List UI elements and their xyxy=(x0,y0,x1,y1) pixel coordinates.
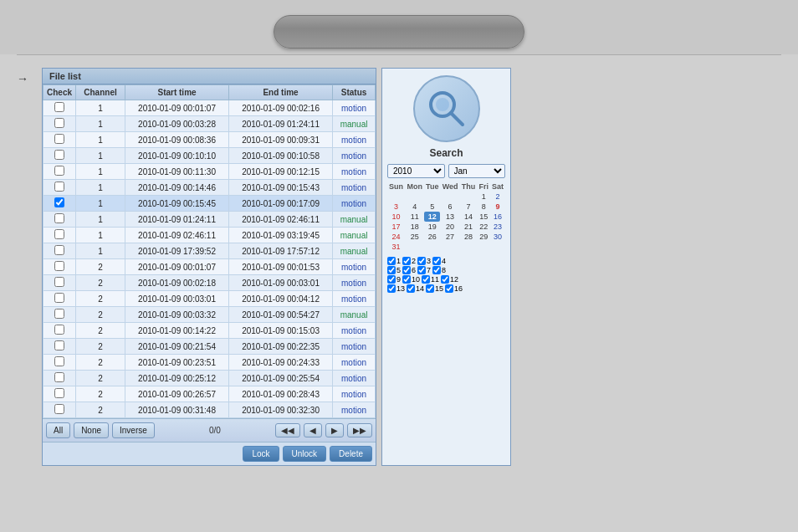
cal-header-cell: Fri xyxy=(477,182,490,192)
cal-day[interactable]: 18 xyxy=(405,222,424,232)
row-checkbox[interactable] xyxy=(54,150,64,160)
channel-checkbox[interactable] xyxy=(422,275,430,284)
cal-day[interactable]: 31 xyxy=(387,242,405,252)
cal-day[interactable]: 22 xyxy=(477,222,490,232)
cal-day[interactable]: 10 xyxy=(387,212,405,222)
row-checkbox[interactable] xyxy=(54,325,64,335)
cal-day[interactable]: 4 xyxy=(405,202,424,212)
row-channel: 2 xyxy=(76,355,125,371)
channel-checkbox[interactable] xyxy=(432,266,441,274)
row-checkbox[interactable] xyxy=(54,229,64,239)
cal-day[interactable]: 12 xyxy=(424,212,440,222)
cal-day[interactable]: 13 xyxy=(440,212,459,222)
row-start: 2010-01-09 00:31:48 xyxy=(125,402,229,418)
row-checkbox[interactable] xyxy=(54,372,64,382)
cal-day[interactable]: 14 xyxy=(460,212,478,222)
cal-day[interactable]: 2 xyxy=(490,192,505,202)
cal-day[interactable]: 25 xyxy=(405,232,424,242)
cal-day xyxy=(424,242,440,252)
row-checkbox[interactable] xyxy=(54,197,64,207)
cal-day[interactable]: 23 xyxy=(490,222,505,232)
channel-checkbox[interactable] xyxy=(387,257,396,265)
row-channel: 1 xyxy=(76,196,125,212)
row-status: manual xyxy=(333,228,376,243)
row-end: 2010-01-09 00:10:58 xyxy=(229,148,333,164)
channel-checkbox[interactable] xyxy=(402,275,411,284)
row-checkbox[interactable] xyxy=(54,388,64,398)
channel-checkbox[interactable] xyxy=(402,266,411,274)
cal-day[interactable]: 27 xyxy=(440,232,459,242)
table-row: 22010-01-09 00:03:322010-01-09 00:54:27m… xyxy=(43,307,376,323)
none-button[interactable]: None xyxy=(74,422,109,438)
row-start: 2010-01-09 00:15:45 xyxy=(125,196,229,212)
cal-day[interactable]: 7 xyxy=(460,202,478,212)
unlock-button[interactable]: Unlock xyxy=(283,446,327,462)
row-status: motion xyxy=(333,339,376,355)
cal-day[interactable]: 30 xyxy=(490,232,505,242)
cal-day[interactable]: 8 xyxy=(477,202,490,212)
row-checkbox[interactable] xyxy=(54,404,64,414)
inverse-button[interactable]: Inverse xyxy=(112,422,155,438)
table-row: 12010-01-09 17:39:522010-01-09 17:57:12m… xyxy=(43,243,376,259)
row-checkbox[interactable] xyxy=(54,182,64,192)
svg-point-2 xyxy=(436,98,449,111)
cal-day[interactable]: 1 xyxy=(477,192,490,202)
cal-day[interactable]: 28 xyxy=(460,232,478,242)
cal-day[interactable]: 20 xyxy=(440,222,459,232)
row-checkbox[interactable] xyxy=(54,102,64,112)
next-page-button[interactable]: ▶ xyxy=(325,423,344,437)
cal-day[interactable]: 24 xyxy=(387,232,405,242)
row-checkbox[interactable] xyxy=(54,277,64,287)
row-checkbox[interactable] xyxy=(54,340,64,350)
first-page-button[interactable]: ◀◀ xyxy=(275,423,300,437)
cal-day[interactable]: 15 xyxy=(477,212,490,222)
prev-page-button[interactable]: ◀ xyxy=(304,423,322,437)
row-checkbox[interactable] xyxy=(54,213,64,223)
cal-day[interactable]: 9 xyxy=(490,202,505,212)
channel-checkbox[interactable] xyxy=(402,257,411,265)
table-row: 22010-01-09 00:21:542010-01-09 00:22:35m… xyxy=(43,339,376,355)
month-select[interactable]: JanFebMarApr MayJunJulAug SepOctNovDec xyxy=(448,164,506,178)
cal-day[interactable]: 29 xyxy=(477,232,490,242)
row-checkbox[interactable] xyxy=(54,356,64,366)
cal-header-cell: Mon xyxy=(405,182,424,192)
row-checkbox[interactable] xyxy=(54,293,64,303)
channel-checkbox[interactable] xyxy=(417,266,426,274)
channel-checkbox[interactable] xyxy=(407,284,415,293)
channel-checkbox[interactable] xyxy=(387,266,396,274)
row-checkbox[interactable] xyxy=(54,118,64,128)
table-row: 12010-01-09 00:14:462010-01-09 00:15:43m… xyxy=(43,180,376,196)
row-channel: 2 xyxy=(76,275,125,291)
channel-checkbox[interactable] xyxy=(432,257,441,265)
row-checkbox[interactable] xyxy=(54,309,64,319)
row-checkbox[interactable] xyxy=(54,261,64,271)
channel-item: 3 xyxy=(417,257,431,265)
cal-day[interactable]: 6 xyxy=(440,202,459,212)
cal-day[interactable]: 16 xyxy=(490,212,505,222)
channel-checkbox[interactable] xyxy=(426,284,434,293)
row-status: manual xyxy=(333,116,376,132)
table-row: 12010-01-09 00:10:102010-01-09 00:10:58m… xyxy=(43,148,376,164)
channel-checkbox[interactable] xyxy=(387,284,396,293)
last-page-button[interactable]: ▶▶ xyxy=(347,423,372,437)
row-status: manual xyxy=(333,243,376,259)
cal-day[interactable]: 17 xyxy=(387,222,405,232)
cal-day xyxy=(405,242,424,252)
row-checkbox[interactable] xyxy=(54,166,64,176)
year-select[interactable]: 2010 xyxy=(387,164,445,178)
delete-button[interactable]: Delete xyxy=(330,446,372,462)
channel-checkbox[interactable] xyxy=(445,284,453,293)
lock-button[interactable]: Lock xyxy=(243,446,279,462)
channel-checkbox[interactable] xyxy=(417,257,426,265)
channel-checkbox[interactable] xyxy=(387,275,396,284)
cal-day[interactable]: 3 xyxy=(387,202,405,212)
cal-day[interactable]: 26 xyxy=(424,232,440,242)
all-button[interactable]: All xyxy=(46,422,70,438)
cal-day[interactable]: 21 xyxy=(460,222,478,232)
cal-day[interactable]: 19 xyxy=(424,222,440,232)
cal-day[interactable]: 11 xyxy=(405,212,424,222)
row-checkbox[interactable] xyxy=(54,134,64,144)
channel-checkbox[interactable] xyxy=(441,275,449,284)
cal-day[interactable]: 5 xyxy=(424,202,440,212)
row-checkbox[interactable] xyxy=(54,245,64,255)
